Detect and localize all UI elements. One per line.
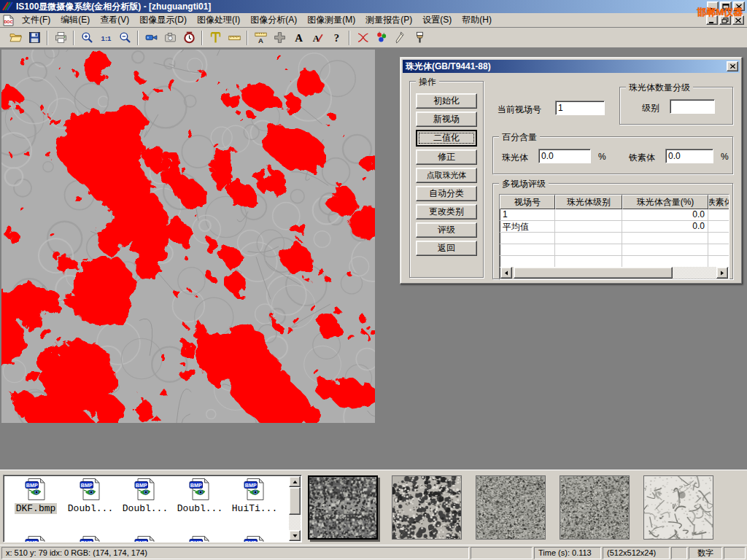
file-scrollbar-thumb[interactable] xyxy=(289,487,301,515)
thumbnail-4[interactable] xyxy=(643,475,713,540)
menu-item-8[interactable]: 设置(S) xyxy=(417,13,457,26)
file-item-4[interactable]: BMPHuiTi... xyxy=(228,478,281,514)
scroll-up-button[interactable] xyxy=(289,476,301,487)
menu-item-7[interactable]: 测量报告(P) xyxy=(360,13,417,26)
dialog-close-button[interactable] xyxy=(727,61,738,71)
menu-item-6[interactable]: 图像测量(M) xyxy=(302,13,360,26)
op-button-0[interactable]: 初始化 xyxy=(416,93,477,109)
table-row-2[interactable] xyxy=(500,233,729,244)
menu-item-3[interactable]: 图像显示(D) xyxy=(134,13,192,26)
zoom-actual-icon: 1:1 xyxy=(100,31,112,44)
ruler-icon xyxy=(228,31,241,44)
file-name: Doubl... xyxy=(66,503,115,514)
op-button-5[interactable]: 自动分类 xyxy=(416,186,477,201)
col-header-1[interactable]: 珠光体级别 xyxy=(555,195,622,209)
thumbnail-image xyxy=(644,476,713,539)
clock-button[interactable] xyxy=(180,30,198,46)
photo-camera-button[interactable] xyxy=(161,30,179,46)
file-item-1[interactable]: BMPDoubl... xyxy=(64,478,117,514)
file-item-3[interactable]: BMPDoubl... xyxy=(174,478,226,514)
zoom-actual-button[interactable]: 1:1 xyxy=(97,30,115,46)
pen-hand-button[interactable] xyxy=(392,30,409,46)
svg-text:BMP: BMP xyxy=(81,540,93,542)
menu-item-9[interactable]: 帮助(H) xyxy=(457,13,497,26)
print-button[interactable] xyxy=(52,30,69,46)
col-header-3[interactable]: 铁素体含量(%) xyxy=(708,195,729,209)
op-button-4[interactable]: 点取珠光体 xyxy=(416,168,477,183)
curve-cut-button[interactable] xyxy=(354,30,371,46)
measure-text-button[interactable]: A xyxy=(252,30,269,46)
menu-item-2[interactable]: 查看(V) xyxy=(95,13,134,26)
dialog-title-bar[interactable]: 珠光体(GB/T9441-88) xyxy=(403,60,740,73)
op-button-6[interactable]: 更改类别 xyxy=(416,204,477,219)
menu-item-5[interactable]: 图像分析(A) xyxy=(245,13,302,26)
horizontal-scrollbar[interactable] xyxy=(500,267,728,279)
op-button-8[interactable]: 返回 xyxy=(416,241,477,256)
table-row-3[interactable] xyxy=(500,244,729,256)
text-icon: A xyxy=(293,31,305,44)
col-header-0[interactable]: 视场号 xyxy=(500,195,555,209)
ruler-button[interactable] xyxy=(225,30,243,46)
scroll-down-button[interactable] xyxy=(289,530,301,541)
scroll-right-button[interactable] xyxy=(716,267,728,279)
svg-text:BMP: BMP xyxy=(26,482,38,489)
table-row-1[interactable]: 平均值0.0 xyxy=(500,221,729,233)
file-item-partial-4[interactable]: BMP xyxy=(228,535,281,542)
grid-move-button[interactable] xyxy=(271,30,288,46)
video-camera-button[interactable] xyxy=(142,30,160,46)
metallographic-image[interactable] xyxy=(1,50,375,423)
current-field-input[interactable] xyxy=(555,101,605,115)
rating-table[interactable]: 视场号珠光体级别珠光体含量(%)铁素体含量(%) 10.0平均值0.0 xyxy=(499,194,729,280)
scrollbar-track[interactable] xyxy=(673,267,716,279)
op-button-2[interactable]: 二值化 xyxy=(416,130,477,147)
text-edit-button[interactable]: A xyxy=(309,30,326,46)
op-button-3[interactable]: 修正 xyxy=(416,149,477,165)
file-item-0[interactable]: BMPDKF.bmp xyxy=(9,478,62,514)
save-icon xyxy=(28,31,41,44)
table-cell: 1 xyxy=(500,209,555,221)
ferrite-percent-input[interactable] xyxy=(665,149,713,163)
zoom-out-button[interactable] xyxy=(116,30,133,46)
scrollbar-thumb[interactable] xyxy=(514,267,673,279)
menu-item-0[interactable]: 文件(F) xyxy=(17,13,55,26)
thumbnail-2[interactable] xyxy=(476,475,546,540)
thumbnail-1[interactable] xyxy=(392,475,462,540)
op-button-7[interactable]: 评级 xyxy=(416,222,477,238)
table-cell xyxy=(555,256,622,268)
paint-brush-button[interactable] xyxy=(411,30,428,46)
file-list[interactable]: BMPDKF.bmpBMPDoubl...BMPDoubl...BMPDoubl… xyxy=(3,475,302,542)
file-name: Doubl... xyxy=(121,503,169,514)
file-item-partial-2[interactable]: BMP xyxy=(119,535,171,542)
pearlite-percent-unit: % xyxy=(598,152,606,162)
file-item-partial-3[interactable]: BMP xyxy=(174,535,226,542)
thumbnail-3[interactable] xyxy=(560,475,630,540)
text-edit-icon: A xyxy=(311,31,324,44)
table-row-4[interactable] xyxy=(500,256,729,268)
grade-input[interactable] xyxy=(670,99,715,114)
menu-item-1[interactable]: 编辑(E) xyxy=(55,13,95,26)
op-button-1[interactable]: 新视场 xyxy=(416,112,477,127)
table-row-0[interactable]: 10.0 xyxy=(500,209,729,221)
bmp-file-icon: BMP xyxy=(133,493,157,503)
color-balls-button[interactable] xyxy=(373,30,390,46)
col-header-2[interactable]: 珠光体含量(%) xyxy=(622,195,708,209)
scroll-left-button[interactable] xyxy=(500,267,512,279)
preview-thumbnails xyxy=(308,475,713,540)
file-item-2[interactable]: BMPDoubl... xyxy=(119,478,171,514)
table-cell: 平均值 xyxy=(500,221,555,233)
file-item-partial-1[interactable]: BMP xyxy=(64,535,117,542)
file-list-vscrollbar[interactable] xyxy=(289,476,301,541)
text-button[interactable]: A xyxy=(290,30,307,46)
file-name: Doubl... xyxy=(176,503,224,514)
thumbnail-0[interactable] xyxy=(308,475,378,540)
save-button[interactable] xyxy=(26,30,43,46)
caliper-button[interactable] xyxy=(206,30,224,46)
help-button[interactable]: ? xyxy=(328,30,345,46)
pearlite-percent-input[interactable] xyxy=(538,149,591,163)
zoom-in-button[interactable] xyxy=(78,30,96,46)
menu-item-4[interactable]: 图像处理(I) xyxy=(192,13,245,26)
open-folder-button[interactable] xyxy=(7,30,24,46)
thumbnail-image xyxy=(560,476,629,539)
file-item-partial-0[interactable]: BMP xyxy=(9,535,62,542)
ferrite-percent-unit: % xyxy=(721,152,729,162)
